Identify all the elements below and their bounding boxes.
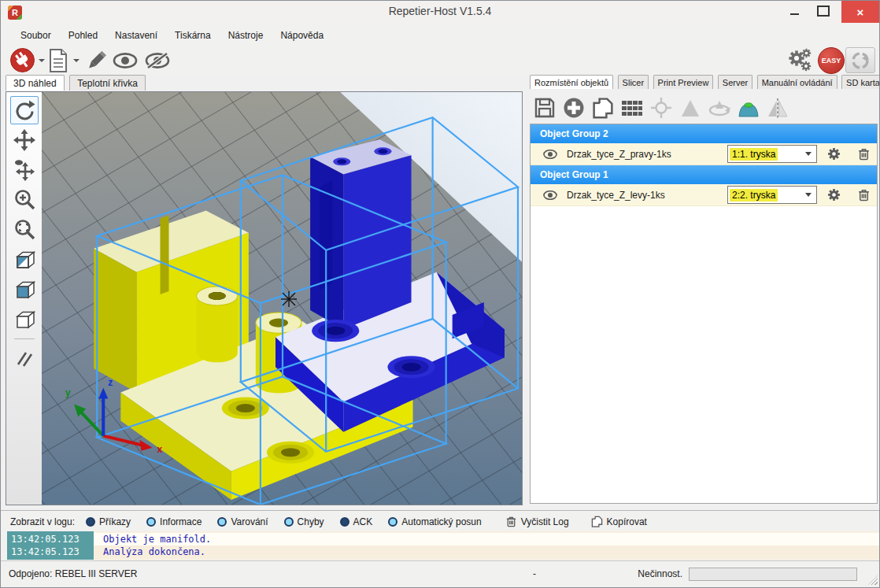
log-toggle-chyby[interactable]: Chyby (284, 516, 324, 527)
3d-scene[interactable]: x y z (42, 92, 522, 505)
parallel-projection-icon (13, 347, 35, 369)
object-toolbar (530, 91, 878, 124)
connect-dropdown-caret[interactable] (39, 59, 45, 62)
log-message: Analýza dokončena. (94, 545, 879, 558)
zoom-in-button[interactable] (10, 186, 39, 214)
menu-soubor[interactable]: Soubor (12, 27, 60, 44)
copy-log-button[interactable]: Kopírovat (591, 516, 647, 527)
menu-tiskarna[interactable]: Tiskárna (166, 27, 220, 44)
plain-cube-icon (13, 309, 35, 331)
copy-objects-icon (592, 97, 614, 119)
copy-icon (591, 516, 603, 527)
mirror-object-button[interactable] (766, 96, 789, 120)
object-settings-gear-icon[interactable] (827, 188, 841, 202)
maximize-icon (817, 6, 830, 17)
menu-napoveda[interactable]: Nápověda (272, 27, 332, 44)
object-name: Drzak_tyce_Z_levy-1ks (567, 190, 665, 201)
tab-slicer[interactable]: Slicer (618, 75, 649, 89)
front-view-button[interactable] (10, 276, 39, 304)
mirror-icon (767, 97, 789, 119)
isometric-view-button[interactable] (10, 246, 39, 274)
toggle-dot-icon (146, 517, 156, 527)
zoom-in-icon (13, 189, 35, 211)
move-object-button[interactable] (10, 126, 39, 154)
hide-travel-button[interactable] (144, 53, 171, 72)
extruder-value: 1:1. tryska (730, 148, 778, 161)
object-group-header[interactable]: Object Group 1 (531, 165, 877, 184)
log-timestamp: 13:42:05.123 (7, 533, 94, 545)
scale-object-button[interactable] (678, 96, 702, 120)
minimize-button[interactable] (782, 1, 807, 21)
copy-object-button[interactable] (591, 96, 615, 120)
delete-object-trash-icon[interactable] (857, 147, 871, 161)
rotate-object-button[interactable] (708, 96, 731, 120)
rotate-view-button[interactable] (10, 96, 39, 124)
window-title: Repetier-Host V1.5.4 (1, 5, 879, 17)
close-button[interactable]: × (841, 1, 879, 23)
minimize-icon (790, 13, 799, 15)
view-toolbar (6, 92, 42, 505)
tab-rozmisteni-objektu[interactable]: Rozmístění objektů (530, 75, 613, 89)
toolbar-divider (14, 338, 35, 339)
log-toggle-prikazy[interactable]: Příkazy (86, 516, 131, 527)
log-toggle-informace[interactable]: Informace (146, 516, 202, 527)
log-toggle-autoposun[interactable]: Automatický posun (388, 516, 481, 527)
log-entry: 13:42:05.123 Objekt je manifold. (1, 533, 879, 545)
load-dropdown-caret[interactable] (73, 59, 79, 62)
resize-grip[interactable] (868, 575, 878, 585)
document-icon (48, 49, 68, 72)
log-toggle-varovani[interactable]: Varování (217, 516, 268, 527)
edit-button[interactable] (84, 49, 108, 76)
easy-mode-button[interactable]: EASY (818, 47, 845, 74)
view-tabs: 3D náhled Teplotní křivka (6, 75, 147, 91)
save-button[interactable] (533, 96, 556, 120)
emergency-stop-button[interactable] (845, 47, 875, 73)
tab-server[interactable]: Server (718, 75, 752, 89)
gears-icon (788, 48, 816, 73)
object-group-header[interactable]: Object Group 2 (531, 124, 877, 143)
title-bar[interactable]: R Repetier-Host V1.5.4 × (1, 1, 879, 24)
app-window: R Repetier-Host V1.5.4 × Soubor Pohled N… (0, 0, 880, 588)
tab-manualni-ovladani[interactable]: Manuální ovládání (757, 75, 837, 89)
delete-object-trash-icon[interactable] (857, 188, 871, 202)
log-view[interactable]: 13:42:05.123 Objekt je manifold. 13:42:0… (1, 531, 879, 560)
menu-pohled[interactable]: Pohled (60, 27, 106, 44)
printer-settings-button[interactable] (788, 48, 816, 76)
visibility-eye-icon[interactable] (543, 150, 557, 159)
visibility-eye-icon[interactable] (543, 190, 557, 200)
add-icon (563, 97, 585, 119)
tab-sd-karta[interactable]: SD karta (841, 75, 880, 89)
zoom-fit-button[interactable] (10, 216, 39, 244)
rotate-icon (13, 99, 35, 121)
connect-button[interactable] (10, 48, 35, 76)
rotate-object-icon (708, 97, 731, 119)
add-object-button[interactable] (562, 96, 586, 120)
tab-print-preview[interactable]: Print Preview (653, 75, 714, 89)
top-view-button[interactable] (10, 305, 39, 334)
autoposition-button[interactable] (620, 96, 644, 120)
lay-flat-icon (737, 97, 760, 119)
center-object-button[interactable] (649, 96, 673, 120)
load-file-button[interactable] (48, 49, 68, 76)
move-viewpoint-button[interactable] (10, 156, 39, 184)
log-toggle-ack[interactable]: ACK (340, 516, 373, 527)
extruder-select[interactable]: 2:2. tryska (727, 186, 817, 204)
tab-3d-nahled[interactable]: 3D náhled (6, 75, 65, 91)
clear-log-button[interactable]: Vyčistit Log (505, 516, 569, 527)
menu-nastroje[interactable]: Nástroje (220, 27, 272, 44)
lay-flat-button[interactable] (737, 96, 760, 120)
object-row[interactable]: Drzak_tyce_Z_pravy-1ks 1:1. tryska (531, 143, 877, 165)
right-tabs: Rozmístění objektů Slicer Print Preview … (530, 75, 880, 91)
parallel-projection-button[interactable] (10, 344, 39, 372)
extruder-select[interactable]: 1:1. tryska (727, 145, 817, 163)
chevron-down-icon (805, 152, 812, 156)
object-settings-gear-icon[interactable] (827, 147, 841, 161)
show-filament-button[interactable] (113, 53, 138, 72)
tab-teplotni-krivka[interactable]: Teplotní křivka (69, 75, 146, 91)
log-timestamp: 13:42:05.123 (7, 545, 94, 558)
object-row[interactable]: Drzak_tyce_Z_levy-1ks 2:2. tryska (531, 184, 877, 206)
iso-cube-icon (13, 249, 35, 271)
autoposition-icon (621, 97, 643, 119)
menu-nastaveni[interactable]: Nastavení (106, 27, 166, 44)
maximize-button[interactable] (810, 1, 837, 21)
